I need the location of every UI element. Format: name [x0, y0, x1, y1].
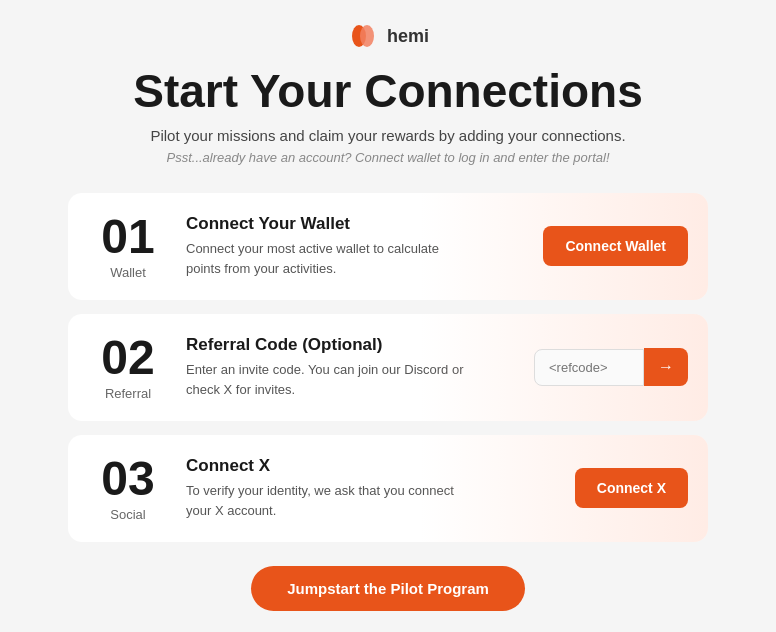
step-number-block-3: 03 Social	[88, 455, 168, 522]
step-number-block-2: 02 Referral	[88, 334, 168, 401]
referral-code-input[interactable]	[534, 349, 644, 386]
step-content-3: Connect X To verify your identity, we as…	[186, 456, 555, 520]
step-description-1: Connect your most active wallet to calcu…	[186, 239, 466, 278]
step-title-3: Connect X	[186, 456, 555, 476]
connect-wallet-button[interactable]: Connect Wallet	[543, 226, 688, 266]
step-label-1: Wallet	[110, 265, 146, 280]
subtitle-text: Pilot your missions and claim your rewar…	[150, 127, 625, 144]
logo-text: hemi	[387, 26, 429, 47]
step-content-2: Referral Code (Optional) Enter an invite…	[186, 335, 514, 399]
hint-text: Psst...already have an account? Connect …	[167, 150, 610, 165]
referral-submit-button[interactable]: →	[644, 348, 688, 386]
step-number-3: 03	[101, 455, 154, 503]
arrow-right-icon: →	[658, 358, 674, 376]
step-card-social: 03 Social Connect X To verify your ident…	[68, 435, 708, 542]
referral-input-group: →	[534, 348, 688, 386]
step-action-2: →	[534, 348, 688, 386]
hemi-logo-icon	[347, 20, 379, 52]
logo-area: hemi	[347, 20, 429, 52]
step-title-2: Referral Code (Optional)	[186, 335, 514, 355]
step-action-3: Connect X	[575, 468, 688, 508]
page-title: Start Your Connections	[133, 66, 642, 117]
bottom-action-area: Jumpstart the Pilot Program	[251, 566, 525, 611]
jumpstart-button[interactable]: Jumpstart the Pilot Program	[251, 566, 525, 611]
step-action-1: Connect Wallet	[543, 226, 688, 266]
step-description-3: To verify your identity, we ask that you…	[186, 481, 466, 520]
step-label-2: Referral	[105, 386, 151, 401]
step-title-1: Connect Your Wallet	[186, 214, 523, 234]
step-label-3: Social	[110, 507, 145, 522]
connect-x-button[interactable]: Connect X	[575, 468, 688, 508]
step-description-2: Enter an invite code. You can join our D…	[186, 360, 466, 399]
step-number-block-1: 01 Wallet	[88, 213, 168, 280]
steps-container: 01 Wallet Connect Your Wallet Connect yo…	[68, 193, 708, 542]
step-number-1: 01	[101, 213, 154, 261]
step-card-referral: 02 Referral Referral Code (Optional) Ent…	[68, 314, 708, 421]
step-content-1: Connect Your Wallet Connect your most ac…	[186, 214, 523, 278]
step-card-wallet: 01 Wallet Connect Your Wallet Connect yo…	[68, 193, 708, 300]
step-number-2: 02	[101, 334, 154, 382]
svg-point-2	[360, 25, 374, 47]
